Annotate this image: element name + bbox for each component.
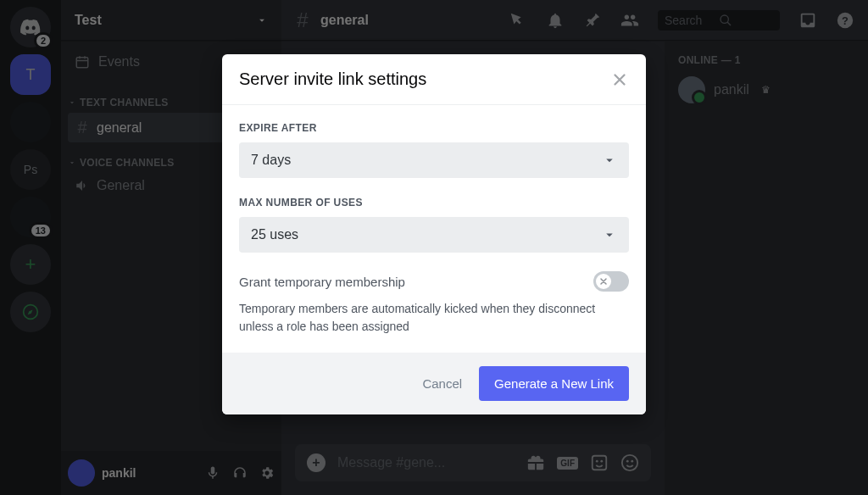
x-icon — [598, 276, 609, 286]
close-icon — [610, 70, 629, 89]
modal-body: EXPIRE AFTER 7 days MAX NUMBER OF USES 2… — [222, 105, 646, 353]
generate-link-button[interactable]: Generate a New Link — [479, 366, 629, 401]
modal-backdrop[interactable]: Server invite link settings EXPIRE AFTER… — [0, 0, 868, 495]
temporary-membership-label: Grant temporary membership — [239, 275, 405, 289]
max-uses-label: MAX NUMBER OF USES — [239, 197, 629, 209]
toggle-knob — [596, 274, 611, 289]
expire-after-value: 7 days — [251, 153, 291, 168]
modal-footer: Cancel Generate a New Link — [222, 353, 646, 414]
max-uses-value: 25 uses — [251, 227, 298, 242]
max-uses-select[interactable]: 25 uses — [239, 217, 629, 253]
chevron-down-icon — [602, 153, 617, 168]
cancel-button[interactable]: Cancel — [422, 376, 462, 391]
modal-close-button[interactable] — [610, 70, 629, 89]
temporary-membership-row: Grant temporary membership — [239, 271, 629, 292]
temporary-membership-toggle[interactable] — [593, 271, 629, 292]
modal-header: Server invite link settings — [222, 54, 646, 105]
temporary-membership-help: Temporary members are automatically kick… — [239, 300, 629, 336]
expire-after-label: EXPIRE AFTER — [239, 122, 629, 134]
chevron-down-icon — [602, 227, 617, 242]
invite-settings-modal: Server invite link settings EXPIRE AFTER… — [222, 54, 646, 414]
modal-title: Server invite link settings — [239, 70, 426, 89]
expire-after-select[interactable]: 7 days — [239, 142, 629, 178]
